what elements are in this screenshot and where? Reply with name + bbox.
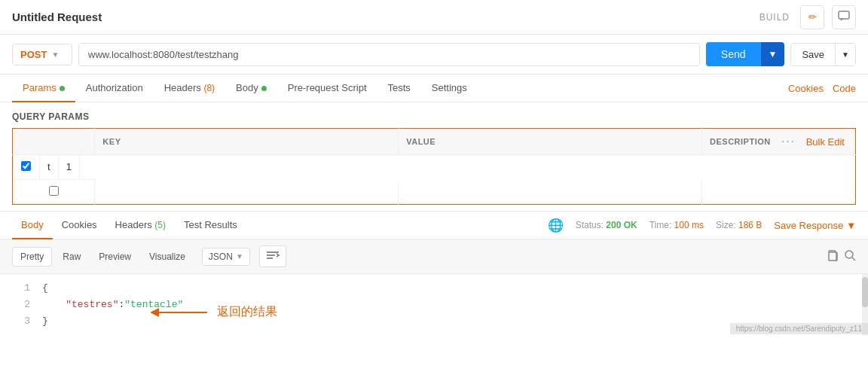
code-line-3: 3 } — [12, 313, 850, 330]
time-value: 100 ms — [674, 220, 704, 230]
tab-body[interactable]: Body — [225, 75, 277, 102]
method-selector[interactable]: POST ▼ — [12, 44, 72, 66]
send-button[interactable]: Send — [706, 42, 761, 66]
tab-settings[interactable]: Settings — [421, 75, 478, 102]
method-chevron-icon: ▼ — [51, 50, 59, 59]
save-dropdown-button[interactable]: ▼ — [836, 44, 855, 66]
copy-icon — [826, 251, 838, 264]
empty-checkbox-cell[interactable] — [13, 180, 95, 205]
resp-tab-body-label: Body — [21, 219, 44, 230]
line-num-1: 1 — [12, 280, 30, 297]
tab-settings-label: Settings — [432, 82, 467, 93]
resp-tab-body[interactable]: Body — [12, 212, 53, 239]
save-response-label: Save Response — [774, 220, 843, 231]
table-row-empty — [13, 180, 856, 205]
fmt-tab-raw[interactable]: Raw — [55, 248, 88, 266]
empty-key-cell — [95, 180, 399, 205]
tab-params[interactable]: Params — [12, 75, 75, 102]
code-brace-close: } — [42, 313, 48, 330]
tab-prerequest[interactable]: Pre-request Script — [277, 75, 377, 102]
scrollbar-thumb[interactable] — [862, 277, 868, 307]
value-cell: 1 — [59, 155, 80, 179]
params-dot-icon — [60, 86, 65, 91]
tab-authorization[interactable]: Authorization — [75, 75, 154, 102]
resp-tab-headers[interactable]: Headers (5) — [106, 212, 175, 239]
tab-params-label: Params — [23, 82, 57, 93]
code-link[interactable]: Code — [833, 83, 856, 94]
tab-tests[interactable]: Tests — [377, 75, 421, 102]
send-button-group: Send ▼ — [706, 42, 785, 66]
save-chevron-icon: ▼ — [842, 50, 849, 59]
save-response-chevron-icon: ▼ — [846, 220, 856, 231]
resp-tab-cookies-label: Cookies — [62, 219, 97, 230]
app-header: Untitled Request BUILD ✏ — [0, 0, 868, 35]
url-input[interactable] — [78, 43, 700, 66]
send-dropdown-button[interactable]: ▼ — [761, 42, 785, 66]
send-chevron-icon: ▼ — [769, 49, 778, 59]
empty-actions-cell — [778, 180, 856, 205]
tab-headers-label: Headers (8) — [164, 82, 215, 93]
svg-line-6 — [852, 257, 855, 261]
annotation-arrow-icon — [151, 305, 211, 320]
url-bar: POST ▼ Send ▼ Save ▼ — [0, 35, 868, 75]
query-params-section: Query Params KEY VALUE DESCRIPTION ··· B… — [0, 102, 868, 205]
save-button[interactable]: Save — [791, 44, 836, 66]
value-col-header: VALUE — [399, 129, 702, 155]
status-label: Status: 200 OK — [576, 220, 637, 230]
copy-button[interactable] — [826, 249, 838, 264]
svg-point-5 — [845, 251, 853, 258]
empty-row-checkbox[interactable] — [49, 186, 59, 196]
tab-tests-label: Tests — [388, 82, 411, 93]
format-label: JSON — [209, 251, 233, 262]
comment-button[interactable] — [832, 5, 856, 29]
response-tabs: Body Cookies Headers (5) Test Results 🌐 … — [0, 212, 868, 239]
desc-cell — [80, 155, 95, 179]
query-params-label: Query Params — [12, 111, 856, 122]
row-checkbox-cell[interactable] — [13, 155, 40, 179]
req-tabs-right: Cookies Code — [788, 83, 856, 94]
line-num-2: 2 — [12, 297, 30, 313]
response-status-area: 🌐 Status: 200 OK Time: 100 ms Size: 186 … — [548, 218, 856, 233]
save-button-group: Save ▼ — [790, 43, 856, 66]
wrap-button[interactable] — [259, 245, 286, 267]
annotation-text: 返回的结果 — [217, 304, 277, 320]
globe-icon: 🌐 — [548, 218, 564, 233]
body-dot-icon — [261, 86, 267, 91]
header-actions: BUILD ✏ — [760, 5, 856, 29]
watermark: https://blog.csdn.net/Sarendiputy_z11 — [730, 323, 868, 334]
format-chevron-icon: ▼ — [236, 252, 243, 261]
search-button[interactable] — [844, 249, 856, 264]
tab-headers[interactable]: Headers (8) — [154, 75, 225, 102]
fmt-tab-visualize[interactable]: Visualize — [142, 248, 193, 266]
resp-tab-testresults-label: Test Results — [184, 219, 237, 230]
method-label: POST — [20, 49, 47, 60]
table-row: t 1 — [13, 155, 95, 180]
cookies-link[interactable]: Cookies — [788, 83, 824, 94]
resp-tab-cookies[interactable]: Cookies — [53, 212, 106, 239]
save-response-button[interactable]: Save Response ▼ — [774, 220, 856, 231]
resp-tab-headers-label: Headers (5) — [115, 219, 166, 230]
resp-format-right — [826, 249, 856, 264]
edit-button[interactable]: ✏ — [800, 5, 824, 29]
svg-rect-4 — [829, 252, 836, 261]
desc-col-header: DESCRIPTION — [702, 129, 778, 155]
fmt-tab-preview[interactable]: Preview — [91, 248, 139, 266]
code-colon: : — [118, 297, 124, 313]
empty-desc-cell — [702, 180, 778, 205]
request-tabs: Params Authorization Headers (8) Body Pr… — [0, 75, 868, 102]
status-value: 200 OK — [606, 220, 637, 230]
search-icon — [844, 251, 856, 264]
key-cell: t — [40, 155, 59, 179]
resp-tab-testresults[interactable]: Test Results — [175, 212, 246, 239]
tab-body-label: Body — [236, 82, 258, 93]
code-brace-open: { — [42, 280, 48, 297]
bulk-edit-button[interactable]: Bulk Edit — [799, 136, 852, 148]
time-label: Time: 100 ms — [649, 220, 704, 230]
row-checkbox[interactable] — [21, 161, 31, 171]
fmt-tab-pretty[interactable]: Pretty — [12, 247, 52, 267]
more-options-button[interactable]: ··· — [781, 135, 796, 148]
key-col-header: KEY — [95, 129, 399, 155]
format-selector[interactable]: JSON ▼ — [202, 248, 250, 266]
svg-rect-0 — [839, 11, 849, 19]
code-line-2: 2 "testres" : "tentacle" — [12, 297, 850, 313]
